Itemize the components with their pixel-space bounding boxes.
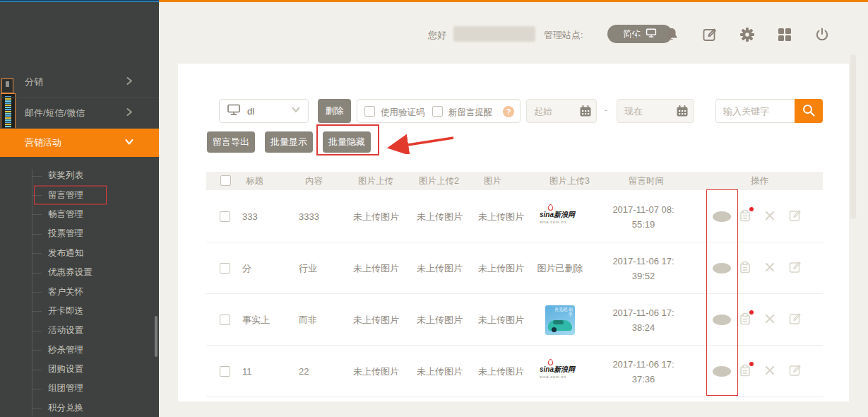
- site-select-dropdown[interactable]: dl: [219, 99, 309, 123]
- captcha-checkbox[interactable]: [364, 106, 375, 117]
- visibility-toggle[interactable]: [713, 346, 731, 397]
- clipboard-icon[interactable]: [738, 312, 752, 328]
- power-icon[interactable]: [813, 25, 831, 44]
- sidebar-item-mail-sms-wechat[interactable]: 邮件/短信/微信: [0, 98, 159, 129]
- clipboard-action[interactable]: [738, 242, 752, 294]
- sina-brand-text: sina新浪网: [540, 210, 581, 220]
- submenu-item[interactable]: 发布通知: [0, 244, 159, 263]
- submenu-item-label: 秒杀管理: [48, 344, 83, 356]
- visibility-toggle[interactable]: [713, 242, 731, 294]
- title-cell: 事实上: [242, 294, 270, 346]
- batch-hide-button[interactable]: 批量隐藏: [323, 131, 371, 153]
- export-messages-button[interactable]: 留言导出: [207, 131, 255, 153]
- edit-icon[interactable]: [701, 25, 719, 44]
- table-row: 3333333未上传图片未上传图片未上传图片sina新浪网sina.com.cn…: [206, 191, 823, 242]
- table-header: 标题内容图片上传图片上传2图片图片上传3留言时间操作: [206, 172, 823, 190]
- column-header: 图片上传3: [549, 172, 590, 190]
- gear-icon[interactable]: [738, 25, 756, 44]
- delete-action[interactable]: [764, 191, 775, 242]
- message-time-cell: 2017-11-06 17:37:36: [598, 346, 689, 397]
- sina-flame: [548, 204, 553, 211]
- row-checkbox[interactable]: [220, 315, 230, 325]
- date-range-separator: -: [605, 105, 607, 115]
- submenu-item-label: 畅言管理: [48, 208, 83, 221]
- bell-icon[interactable]: [662, 25, 681, 44]
- delete-button[interactable]: 删除: [318, 99, 351, 123]
- edit-pencil-icon[interactable]: [788, 363, 802, 380]
- submenu-item[interactable]: 秒杀管理: [0, 341, 159, 360]
- page-scrollbar[interactable]: [850, 54, 856, 219]
- hidden-eye-icon[interactable]: [713, 366, 731, 377]
- clipboard-icon[interactable]: [738, 363, 752, 380]
- home-icon[interactable]: [624, 25, 643, 44]
- clipboard-icon[interactable]: [738, 208, 752, 225]
- submenu-item[interactable]: 组团管理: [0, 379, 159, 398]
- car-wheel: [552, 327, 557, 332]
- delete-x-icon[interactable]: [764, 262, 775, 275]
- delete-x-icon[interactable]: [764, 313, 775, 327]
- new-message-checkbox[interactable]: [432, 106, 443, 117]
- edit-action[interactable]: [788, 346, 802, 397]
- select-all-checkbox[interactable]: [220, 175, 231, 186]
- row-checkbox[interactable]: [220, 263, 230, 274]
- edit-action[interactable]: [788, 242, 802, 294]
- submenu-item[interactable]: 畅言管理: [0, 205, 159, 224]
- row-checkbox[interactable]: [220, 211, 230, 222]
- car-thumbnail-image: 再见吧 剁手: [545, 305, 575, 335]
- submenu-item[interactable]: 获奖列表: [0, 166, 159, 185]
- edit-action[interactable]: [788, 294, 802, 346]
- sidebar: 分销 邮件/短信/微信 营销活动 获奖列表留言管理畅言管理投票管理发布通知优惠券…: [0, 2, 159, 417]
- submenu-item[interactable]: 活动设置: [0, 321, 159, 340]
- submenu-item[interactable]: 优惠券设置: [0, 263, 159, 282]
- username-redacted: [453, 26, 535, 42]
- sidebar-scrollbar[interactable]: [155, 316, 157, 357]
- hidden-eye-icon[interactable]: [713, 211, 731, 222]
- message-time-cell: 2017-11-06 17:38:24: [598, 294, 689, 346]
- submenu-item-label: 开卡即送: [48, 305, 83, 317]
- date-end-input[interactable]: [617, 99, 694, 123]
- clipboard-action[interactable]: [738, 346, 752, 397]
- submenu-item-label: 发布通知: [48, 247, 83, 259]
- row-checkbox[interactable]: [220, 366, 230, 377]
- table-row: 1122未上传图片未上传图片未上传图片sina新浪网sina.com.cn201…: [206, 346, 823, 397]
- sidebar-item-marketing-active[interactable]: 营销活动: [0, 129, 159, 157]
- submenu-item[interactable]: 投票管理: [0, 224, 159, 243]
- apps-grid-icon[interactable]: [775, 25, 794, 44]
- delete-x-icon[interactable]: [764, 365, 775, 378]
- delete-action[interactable]: [764, 242, 775, 294]
- sina-domain-text: sina.com.cn: [540, 375, 581, 379]
- search-input[interactable]: [715, 99, 795, 123]
- upload3-cell: 未上传图片: [478, 242, 524, 294]
- clipboard-icon[interactable]: [738, 260, 752, 276]
- delete-action[interactable]: [764, 294, 775, 346]
- edit-pencil-icon[interactable]: [788, 312, 802, 328]
- date-start-input[interactable]: [526, 99, 597, 123]
- submenu-item[interactable]: 客户关怀: [0, 282, 159, 301]
- help-badge[interactable]: ?: [503, 106, 514, 117]
- chevron-right-icon: [124, 76, 134, 88]
- sina-logo-image: sina新浪网sina.com.cn: [540, 210, 581, 224]
- edit-pencil-icon[interactable]: [788, 260, 802, 276]
- submenu-item[interactable]: 留言管理: [0, 185, 159, 204]
- delete-action[interactable]: [764, 346, 775, 397]
- notification-dot: [749, 310, 754, 315]
- hidden-eye-icon[interactable]: [713, 315, 731, 325]
- sidebar-item-distribution[interactable]: 分销: [0, 66, 159, 98]
- clipboard-action[interactable]: [738, 191, 752, 242]
- visibility-toggle[interactable]: [713, 191, 731, 242]
- submenu-item[interactable]: 开卡即送: [0, 302, 159, 321]
- edit-pencil-icon[interactable]: [788, 208, 802, 225]
- upload2-cell: 未上传图片: [417, 242, 463, 294]
- clipboard-action[interactable]: [738, 294, 752, 346]
- search-button[interactable]: [795, 99, 823, 123]
- table-body: 3333333未上传图片未上传图片未上传图片sina新浪网sina.com.cn…: [206, 191, 823, 397]
- edit-action[interactable]: [788, 191, 802, 242]
- title-cell: 分: [242, 242, 251, 294]
- visibility-toggle[interactable]: [713, 294, 731, 346]
- submenu-item[interactable]: 团购设置: [0, 360, 159, 379]
- delete-x-icon[interactable]: [764, 210, 775, 223]
- batch-show-button[interactable]: 批量显示: [265, 131, 313, 153]
- submenu-item[interactable]: 积分兑换: [0, 399, 159, 417]
- checkbox-group: 使用验证码 新留言提醒 ?: [357, 99, 521, 123]
- hidden-eye-icon[interactable]: [713, 263, 731, 274]
